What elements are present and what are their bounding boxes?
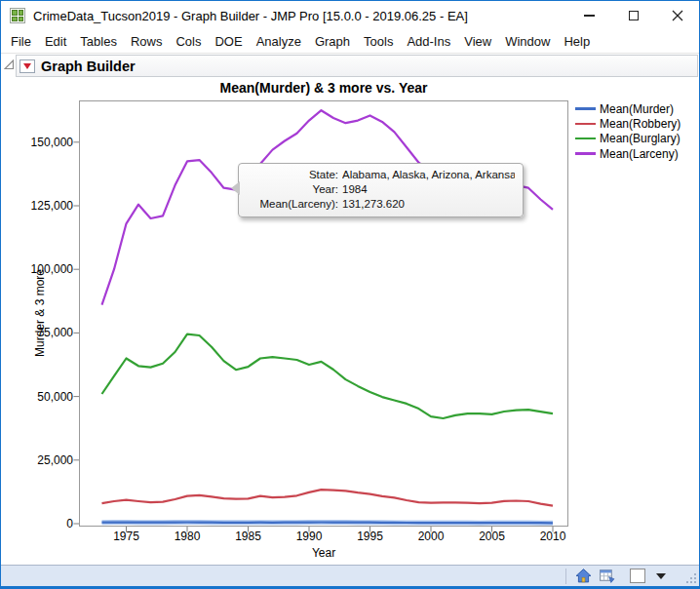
- x-axis-tick-label[interactable]: 1995: [346, 530, 395, 543]
- tooltip-value: Alabama, Alaska, Arizona, Arkansas, ...: [342, 168, 515, 182]
- window-title: CrimeData_Tucson2019 - Graph Builder - J…: [33, 9, 567, 23]
- menu-item-view[interactable]: View: [457, 31, 498, 52]
- outline-title: Graph Builder: [41, 59, 136, 74]
- close-icon: [672, 10, 683, 21]
- y-axis-title[interactable]: Murder & 3 more: [33, 269, 47, 357]
- x-axis-tick-label[interactable]: 1990: [285, 530, 333, 543]
- red-triangle-menu-button[interactable]: [19, 59, 35, 73]
- legend-item-meanlarceny[interactable]: Mean(Larceny): [575, 146, 681, 161]
- menu-item-tools[interactable]: Tools: [357, 31, 400, 52]
- menu-item-analyze[interactable]: Analyze: [250, 31, 308, 52]
- legend-swatch: [575, 107, 596, 109]
- minimize-button[interactable]: [567, 1, 611, 30]
- hover-tooltip: State:Alabama, Alaska, Arizona, Arkansas…: [238, 163, 524, 217]
- chart-title[interactable]: Mean(Murder) & 3 more vs. Year: [79, 80, 568, 96]
- y-axis-tick-label[interactable]: 125,000: [13, 198, 73, 214]
- menu-item-rows[interactable]: Rows: [124, 31, 170, 52]
- tooltip-label: State:: [245, 168, 338, 182]
- x-axis-tick-label[interactable]: 2005: [468, 530, 517, 543]
- red-triangle-icon: [23, 63, 31, 69]
- statusbar-divider: [565, 569, 566, 584]
- status-bar: [1, 565, 699, 586]
- series-line-meanmurder: [102, 523, 554, 524]
- x-axis-tick-label[interactable]: 1975: [102, 530, 151, 543]
- tooltip-label: Mean(Larceny):: [245, 197, 338, 212]
- tooltip-value: 131,273.620: [342, 197, 515, 212]
- legend: Mean(Murder)Mean(Robbery)Mean(Burglary)M…: [575, 101, 681, 161]
- menu-item-cols[interactable]: Cols: [169, 31, 208, 52]
- menu-item-edit[interactable]: Edit: [38, 31, 73, 52]
- title-bar[interactable]: CrimeData_Tucson2019 - Graph Builder - J…: [1, 1, 699, 30]
- x-axis-tick-label[interactable]: 1980: [163, 530, 212, 543]
- minimize-icon: [584, 15, 595, 16]
- x-axis-title[interactable]: Year: [79, 546, 568, 560]
- graph-builder-canvas: Mean(Murder) & 3 more vs. Year 025,00050…: [1, 77, 699, 565]
- menu-item-file[interactable]: File: [4, 31, 38, 52]
- y-axis-tick-label[interactable]: 25,000: [13, 452, 73, 468]
- x-axis-tick-label[interactable]: 2010: [528, 530, 577, 543]
- y-axis-tick-label[interactable]: 150,000: [13, 135, 73, 150]
- close-button[interactable]: [655, 1, 699, 30]
- data-table-icon[interactable]: [599, 568, 615, 584]
- legend-label: Mean(Burglary): [600, 132, 681, 145]
- legend-item-meanburglary[interactable]: Mean(Burglary): [575, 132, 681, 146]
- y-axis-tick-label[interactable]: 0: [13, 516, 73, 531]
- y-axis-tick-label[interactable]: 50,000: [13, 389, 73, 405]
- jmp-app-icon: [10, 8, 25, 23]
- legend-swatch: [575, 123, 596, 125]
- x-axis-tick-label[interactable]: 2000: [407, 530, 455, 543]
- maximize-button[interactable]: [611, 1, 655, 30]
- legend-label: Mean(Murder): [600, 102, 674, 116]
- outline-header: Graph Builder: [1, 54, 699, 77]
- legend-swatch: [575, 137, 596, 139]
- selection-box[interactable]: [630, 569, 645, 583]
- legend-label: Mean(Robbery): [600, 117, 681, 131]
- legend-label: Mean(Larceny): [600, 147, 679, 161]
- legend-item-meanrobbery[interactable]: Mean(Robbery): [575, 116, 681, 131]
- dropdown-arrow-icon[interactable]: [656, 573, 666, 579]
- menu-item-tables[interactable]: Tables: [73, 31, 124, 52]
- menu-item-help[interactable]: Help: [557, 31, 597, 52]
- tooltip-pointer-icon: [231, 181, 240, 195]
- legend-swatch: [575, 152, 596, 154]
- x-axis-tick-label[interactable]: 1985: [224, 530, 273, 543]
- legend-item-meanmurder[interactable]: Mean(Murder): [575, 101, 681, 116]
- tooltip-label: Year:: [245, 182, 338, 197]
- menu-item-addins[interactable]: Add-Ins: [400, 31, 457, 52]
- tooltip-value: 1984: [342, 182, 515, 197]
- outline-disclosure-icon[interactable]: [4, 59, 15, 70]
- menu-item-doe[interactable]: DOE: [208, 31, 249, 52]
- menu-item-window[interactable]: Window: [498, 31, 557, 52]
- jmp-window: CrimeData_Tucson2019 - Graph Builder - J…: [0, 0, 700, 589]
- resize-grip[interactable]: [684, 571, 697, 584]
- maximize-icon: [629, 11, 639, 20]
- menu-item-graph[interactable]: Graph: [308, 31, 357, 52]
- home-icon[interactable]: [575, 568, 592, 584]
- menu-bar: FileEditTablesRowsColsDOEAnalyzeGraphToo…: [1, 30, 699, 54]
